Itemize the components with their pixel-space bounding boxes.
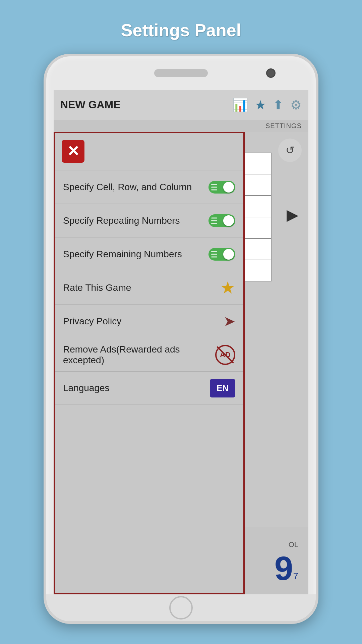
app-toolbar: NEW GAME 📊 ★ ⬆ ⚙: [54, 90, 308, 120]
bottom-number-right: 9: [275, 549, 293, 588]
undo-button[interactable]: ↺: [278, 139, 302, 162]
toggle-line: [211, 223, 217, 224]
dialog-header: ✕: [55, 133, 243, 170]
share-icon[interactable]: ⬆: [273, 98, 284, 112]
toggle-knob: [223, 249, 234, 260]
settings-item-rate-game[interactable]: Rate This Game ★: [55, 271, 243, 304]
toggle-line: [211, 217, 217, 218]
languages-label: Languages: [63, 383, 210, 393]
settings-item-languages[interactable]: Languages EN: [55, 371, 243, 405]
phone-speaker: [154, 69, 208, 77]
cell-row-column-label: Specify Cell, Row, and Column: [63, 182, 208, 193]
remaining-numbers-label: Specify Remaining Numbers: [63, 249, 208, 260]
bar-chart-icon[interactable]: 📊: [232, 98, 248, 112]
close-button[interactable]: ✕: [62, 140, 84, 163]
toggle-knob: [223, 215, 234, 226]
language-button[interactable]: EN: [210, 379, 235, 397]
rate-star-icon[interactable]: ★: [220, 278, 235, 298]
cell-row-column-toggle[interactable]: [208, 181, 235, 194]
privacy-policy-label: Privacy Policy: [63, 316, 224, 327]
sudoku-cell[interactable]: [245, 217, 272, 238]
page-title: Settings Panel: [121, 20, 241, 40]
toggle-line: [211, 189, 217, 190]
settings-item-cell-row-column[interactable]: Specify Cell, Row, and Column: [55, 170, 243, 204]
sudoku-cell[interactable]: [245, 153, 272, 174]
toggle-line: [211, 186, 217, 187]
rate-game-label: Rate This Game: [63, 282, 220, 293]
new-game-label[interactable]: NEW GAME: [60, 99, 232, 111]
phone-screen: NEW GAME 📊 ★ ⬆ ⚙ SETTINGS Sm: [54, 90, 308, 594]
repeating-numbers-label: Specify Repeating Numbers: [63, 215, 208, 226]
close-icon: ✕: [67, 144, 79, 159]
remove-ads-label: Remove Ads(Rewarded ads excepted): [63, 344, 215, 366]
sudoku-cell[interactable]: [245, 260, 272, 281]
phone-bottom: [46, 594, 316, 621]
toggle-knob: [223, 182, 234, 193]
sudoku-cell[interactable]: [245, 174, 272, 196]
toggle-line: [211, 251, 217, 252]
toggle-line: [211, 256, 217, 257]
settings-label-bar: SETTINGS: [54, 120, 308, 132]
phone-camera: [266, 68, 276, 78]
settings-icon[interactable]: ⚙: [290, 98, 302, 112]
settings-label-text: SETTINGS: [265, 122, 302, 130]
dialog-items: Specify Cell, Row, and Column Sp: [55, 170, 243, 593]
game-area: Sm: [54, 132, 308, 594]
ad-slash-icon: [217, 346, 234, 363]
phone-top: [46, 56, 316, 90]
toggle-lines: [211, 251, 217, 257]
sudoku-cell[interactable]: [245, 196, 272, 217]
bottom-number-sub: 7: [293, 571, 298, 582]
settings-item-remove-ads[interactable]: Remove Ads(Rewarded ads excepted) AD: [55, 338, 243, 371]
settings-item-privacy-policy[interactable]: Privacy Policy ➤: [55, 304, 243, 338]
ad-icon: AD: [215, 345, 235, 365]
repeating-numbers-toggle[interactable]: [208, 214, 235, 227]
toggle-line: [211, 254, 217, 255]
toggle-lines: [211, 217, 217, 224]
toggle-line: [211, 220, 217, 221]
star-icon[interactable]: ★: [255, 98, 266, 112]
remaining-numbers-toggle[interactable]: [208, 248, 235, 261]
bottom-right-label: OL: [289, 540, 298, 549]
toolbar-icons: 📊 ★ ⬆ ⚙: [232, 98, 302, 112]
phone-shell: NEW GAME 📊 ★ ⬆ ⚙ SETTINGS Sm: [44, 54, 318, 624]
settings-item-remaining-numbers[interactable]: Specify Remaining Numbers: [55, 237, 243, 271]
settings-item-repeating-numbers[interactable]: Specify Repeating Numbers: [55, 204, 243, 237]
sudoku-cell[interactable]: [245, 238, 272, 260]
play-button[interactable]: ▶: [287, 206, 298, 224]
home-button[interactable]: [169, 596, 193, 620]
arrow-right-icon: ➤: [224, 313, 235, 329]
toggle-lines: [211, 184, 217, 190]
toggle-line: [211, 184, 217, 185]
settings-dialog: ✕ Specify Cell, Row, and Column: [54, 132, 245, 594]
